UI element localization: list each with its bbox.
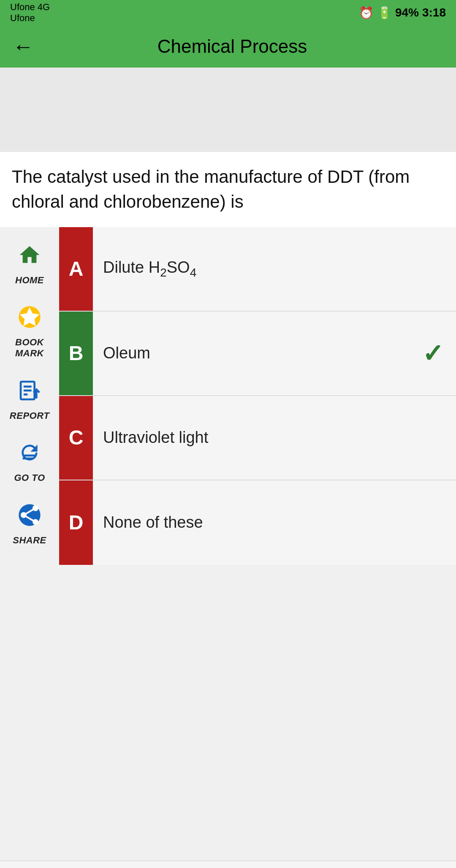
top-bar: ← Chemical Process <box>0 25 456 68</box>
home-label: HOME <box>15 275 44 286</box>
option-row-a[interactable]: A Dilute H2SO4 <box>59 227 456 312</box>
option-letter-d: D <box>59 480 93 565</box>
option-content-c: Ultraviolet light <box>93 396 456 480</box>
correct-checkmark: ✓ <box>422 339 443 368</box>
battery-percent: 94% <box>395 6 419 19</box>
options-area: A Dilute H2SO4 B Oleum ✓ C Ultraviolet l… <box>59 227 456 860</box>
goto-icon <box>18 441 41 470</box>
goto-label: GO TO <box>14 472 45 483</box>
question-text: The catalyst used in the manufacture of … <box>12 165 444 214</box>
time-display: 3:18 <box>422 6 446 19</box>
sidebar-item-home[interactable]: HOME <box>0 236 59 293</box>
option-content-d: None of these <box>93 480 456 565</box>
home-icon <box>18 243 41 272</box>
option-content-b: Oleum ✓ <box>93 312 456 395</box>
clock-icon: ⏰ <box>359 6 374 20</box>
option-text-c: Ultraviolet light <box>103 429 208 447</box>
option-letter-a: A <box>59 227 93 311</box>
carrier2: Ufone <box>10 13 50 24</box>
sidebar: HOME BOOK MARK <box>0 227 59 860</box>
page-title: Chemical Process <box>42 36 443 57</box>
carrier1: Ufone 4G <box>10 2 50 13</box>
bookmark-icon <box>18 305 41 334</box>
bookmark-label: BOOK MARK <box>0 337 59 359</box>
option-letter-b: B <box>59 312 93 395</box>
option-content-a: Dilute H2SO4 <box>93 227 456 311</box>
option-text-d: None of these <box>103 513 203 532</box>
option-row-d[interactable]: D None of these <box>59 480 456 565</box>
option-row-c[interactable]: C Ultraviolet light <box>59 396 456 480</box>
option-row-b[interactable]: B Oleum ✓ <box>59 312 456 396</box>
status-right: ⏰ 🔋 94% 3:18 <box>359 6 446 20</box>
back-button[interactable]: ← <box>13 34 34 59</box>
svg-rect-7 <box>23 458 33 460</box>
sidebar-item-goto[interactable]: GO TO <box>0 433 59 491</box>
sidebar-item-share[interactable]: SHARE <box>0 496 59 553</box>
sidebar-item-bookmark[interactable]: BOOK MARK <box>0 298 59 367</box>
report-icon <box>18 379 41 408</box>
sidebar-item-report[interactable]: REPORT <box>0 371 59 429</box>
svg-rect-6 <box>23 455 37 457</box>
carrier-info: Ufone 4G Ufone <box>10 2 50 24</box>
question-area: The catalyst used in the manufacture of … <box>0 152 456 227</box>
option-text-b: Oleum <box>103 344 150 362</box>
share-label: SHARE <box>13 535 46 546</box>
option-text-a: Dilute H2SO4 <box>103 258 196 279</box>
ad-banner <box>0 68 456 152</box>
bottom-nav: ← 20 / 656 → <box>0 860 456 868</box>
main-content: HOME BOOK MARK <box>0 227 456 860</box>
battery-icon: 🔋 <box>377 6 392 20</box>
option-letter-c: C <box>59 396 93 480</box>
status-bar: Ufone 4G Ufone ⏰ 🔋 94% 3:18 <box>0 0 456 25</box>
share-icon <box>18 503 41 532</box>
report-label: REPORT <box>10 410 49 421</box>
